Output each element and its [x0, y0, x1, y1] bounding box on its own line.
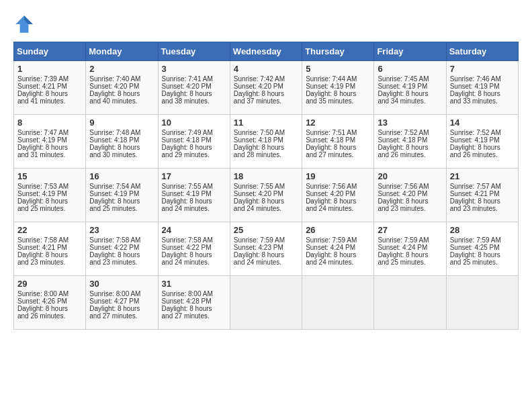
day-number: 31: [162, 279, 226, 289]
cell-info: Sunrise: 7:48 AM: [89, 129, 154, 136]
cell-info: Sunrise: 7:47 AM: [17, 129, 82, 136]
cell-info: Sunrise: 7:51 AM: [306, 129, 370, 136]
calendar-cell: 7Sunrise: 7:46 AMSunset: 4:19 PMDaylight…: [446, 61, 518, 115]
calendar-cell: 22Sunrise: 7:58 AMSunset: 4:21 PMDayligh…: [14, 222, 86, 276]
calendar-cell: 12Sunrise: 7:51 AMSunset: 4:18 PMDayligh…: [302, 115, 374, 169]
cell-info: Sunrise: 7:58 AM: [162, 236, 226, 244]
calendar-cell: 24Sunrise: 7:58 AMSunset: 4:22 PMDayligh…: [158, 222, 230, 276]
cell-info: and 25 minutes.: [89, 205, 154, 212]
cell-info: Daylight: 8 hours: [89, 144, 154, 151]
calendar-cell: 3Sunrise: 7:41 AMSunset: 4:20 PMDaylight…: [158, 61, 230, 115]
calendar-cell: 26Sunrise: 7:59 AMSunset: 4:24 PMDayligh…: [302, 222, 374, 276]
cell-info: Daylight: 8 hours: [162, 197, 226, 205]
calendar-cell: 2Sunrise: 7:40 AMSunset: 4:20 PMDaylight…: [86, 61, 158, 115]
calendar-cell: 6Sunrise: 7:45 AMSunset: 4:19 PMDaylight…: [374, 61, 446, 115]
day-number: 21: [450, 171, 515, 181]
calendar-week-row: 15Sunrise: 7:53 AMSunset: 4:19 PMDayligh…: [14, 169, 519, 222]
cell-info: Daylight: 8 hours: [450, 144, 515, 151]
day-number: 2: [89, 64, 154, 74]
day-number: 28: [450, 225, 515, 235]
cell-info: Sunrise: 7:49 AM: [162, 129, 226, 136]
cell-info: Sunset: 4:20 PM: [89, 83, 154, 90]
cell-info: Daylight: 8 hours: [234, 251, 298, 259]
cell-info: and 24 minutes.: [306, 259, 370, 266]
cell-info: Sunset: 4:21 PM: [17, 244, 82, 251]
cell-info: Sunset: 4:24 PM: [378, 244, 442, 251]
cell-info: Daylight: 8 hours: [162, 305, 226, 312]
cell-info: Sunset: 4:20 PM: [378, 190, 442, 197]
cell-info: Sunrise: 7:44 AM: [306, 75, 370, 83]
day-number: 17: [162, 171, 226, 181]
cell-info: Sunrise: 7:39 AM: [17, 75, 82, 83]
cell-info: Daylight: 8 hours: [450, 90, 515, 97]
cell-info: Sunset: 4:20 PM: [234, 83, 298, 90]
cell-info: Sunrise: 7:58 AM: [17, 236, 82, 244]
cell-info: and 29 minutes.: [162, 151, 226, 158]
day-number: 5: [306, 64, 370, 74]
calendar-header-wednesday: Wednesday: [230, 42, 302, 61]
cell-info: Sunset: 4:28 PM: [162, 298, 226, 305]
calendar-week-row: 29Sunrise: 8:00 AMSunset: 4:26 PMDayligh…: [14, 276, 519, 330]
day-number: 24: [162, 225, 226, 235]
cell-info: and 38 minutes.: [162, 97, 226, 105]
day-number: 8: [17, 118, 82, 128]
cell-info: Sunset: 4:22 PM: [89, 244, 154, 251]
cell-info: and 23 minutes.: [378, 205, 442, 212]
calendar-cell: 5Sunrise: 7:44 AMSunset: 4:19 PMDaylight…: [302, 61, 374, 115]
cell-info: Sunrise: 7:59 AM: [378, 236, 442, 244]
calendar-header-tuesday: Tuesday: [158, 42, 230, 61]
cell-info: and 26 minutes.: [450, 151, 515, 158]
calendar-cell: 31Sunrise: 8:00 AMSunset: 4:28 PMDayligh…: [158, 276, 230, 330]
calendar-week-row: 22Sunrise: 7:58 AMSunset: 4:21 PMDayligh…: [14, 222, 519, 276]
cell-info: Sunset: 4:19 PM: [450, 136, 515, 144]
calendar-cell: 27Sunrise: 7:59 AMSunset: 4:24 PMDayligh…: [374, 222, 446, 276]
cell-info: Daylight: 8 hours: [378, 144, 442, 151]
cell-info: Daylight: 8 hours: [306, 144, 370, 151]
cell-info: Sunrise: 7:54 AM: [89, 183, 154, 190]
calendar-cell: 21Sunrise: 7:57 AMSunset: 4:21 PMDayligh…: [446, 169, 518, 222]
cell-info: and 28 minutes.: [234, 151, 298, 158]
calendar-cell: 1Sunrise: 7:39 AMSunset: 4:21 PMDaylight…: [14, 61, 86, 115]
day-number: 6: [378, 64, 442, 74]
cell-info: Daylight: 8 hours: [234, 144, 298, 151]
cell-info: Daylight: 8 hours: [17, 197, 82, 205]
calendar-cell: 8Sunrise: 7:47 AMSunset: 4:19 PMDaylight…: [14, 115, 86, 169]
day-number: 30: [89, 279, 154, 289]
cell-info: and 26 minutes.: [17, 312, 82, 320]
cell-info: and 23 minutes.: [17, 259, 82, 266]
cell-info: and 24 minutes.: [234, 205, 298, 212]
cell-info: and 34 minutes.: [378, 97, 442, 105]
day-number: 3: [162, 64, 226, 74]
cell-info: Sunrise: 8:00 AM: [162, 290, 226, 298]
cell-info: and 24 minutes.: [306, 205, 370, 212]
cell-info: and 25 minutes.: [378, 259, 442, 266]
day-number: 4: [234, 64, 298, 74]
day-number: 14: [450, 118, 515, 128]
calendar-cell: 29Sunrise: 8:00 AMSunset: 4:26 PMDayligh…: [14, 276, 86, 330]
day-number: 19: [306, 171, 370, 181]
calendar-cell: [374, 276, 446, 330]
cell-info: and 37 minutes.: [234, 97, 298, 105]
day-number: 15: [17, 171, 82, 181]
cell-info: Sunrise: 7:40 AM: [89, 75, 154, 83]
cell-info: Sunrise: 7:52 AM: [378, 129, 442, 136]
cell-info: Sunrise: 7:50 AM: [234, 129, 298, 136]
cell-info: Sunset: 4:26 PM: [17, 298, 82, 305]
cell-info: Daylight: 8 hours: [89, 90, 154, 97]
cell-info: and 27 minutes.: [89, 312, 154, 320]
calendar-cell: 25Sunrise: 7:59 AMSunset: 4:23 PMDayligh…: [230, 222, 302, 276]
logo-icon: [13, 13, 35, 35]
cell-info: Sunset: 4:19 PM: [450, 83, 515, 90]
cell-info: Sunrise: 7:55 AM: [234, 183, 298, 190]
cell-info: Sunrise: 7:46 AM: [450, 75, 515, 83]
cell-info: Daylight: 8 hours: [89, 197, 154, 205]
calendar-header-monday: Monday: [86, 42, 158, 61]
calendar-cell: 14Sunrise: 7:52 AMSunset: 4:19 PMDayligh…: [446, 115, 518, 169]
page-header: [13, 13, 519, 35]
day-number: 29: [17, 279, 82, 289]
calendar-cell: 15Sunrise: 7:53 AMSunset: 4:19 PMDayligh…: [14, 169, 86, 222]
calendar-cell: 30Sunrise: 8:00 AMSunset: 4:27 PMDayligh…: [86, 276, 158, 330]
cell-info: Sunset: 4:19 PM: [378, 83, 442, 90]
day-number: 16: [89, 171, 154, 181]
day-number: 26: [306, 225, 370, 235]
